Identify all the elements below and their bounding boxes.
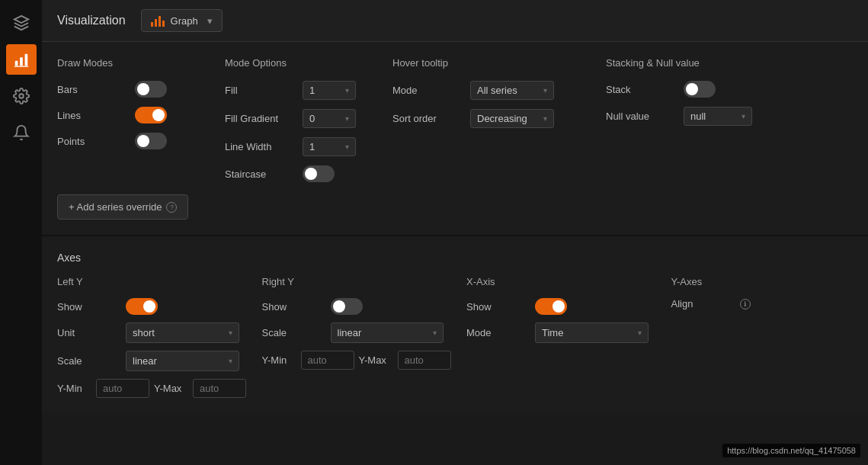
sort-order-value: Decreasing: [477, 113, 527, 124]
stack-toggle-track: [684, 81, 716, 98]
x-axis-mode-value: Time: [542, 327, 563, 338]
right-y-scale-arrow: ▾: [433, 329, 437, 337]
sidebar-icon-bell[interactable]: [6, 117, 37, 148]
left-y-scale-row: Scale linear ▾: [57, 351, 239, 371]
hover-tooltip-title: Hover tooltip: [392, 57, 575, 69]
bar-chart-icon: [151, 14, 165, 27]
left-y-show-toggle[interactable]: [126, 298, 158, 315]
lines-toggle[interactable]: [135, 107, 167, 123]
y-axes-align-label: Align: [671, 298, 732, 309]
fill-gradient-dropdown[interactable]: 0 ▾: [303, 109, 356, 128]
null-value: null: [690, 111, 706, 122]
x-axis-mode-label: Mode: [466, 327, 527, 338]
right-y-scale-row: Scale linear ▾: [262, 322, 444, 343]
y-axes-col: Y-Axes Align ℹ: [671, 276, 854, 398]
graph-type-button[interactable]: Graph ▾: [141, 9, 223, 32]
sort-order-label: Sort order: [392, 113, 461, 124]
visualization-section: Draw Modes Bars Lines: [42, 42, 868, 235]
right-y-show-toggle[interactable]: [331, 298, 363, 315]
stack-toggle[interactable]: [684, 81, 716, 98]
bars-row: Bars: [57, 81, 194, 98]
line-width-label: Line Width: [225, 141, 293, 152]
svg-rect-1: [14, 61, 18, 66]
points-row: Points: [57, 133, 194, 149]
bars-toggle[interactable]: [135, 81, 167, 98]
sidebar-icon-gear[interactable]: [6, 81, 37, 111]
right-y-show-label: Show: [262, 301, 323, 313]
staircase-toggle-track: [303, 165, 335, 182]
x-axis-show-toggle[interactable]: [535, 298, 567, 315]
mode-options-title: Mode Options: [225, 57, 362, 69]
content-area: Draw Modes Bars Lines: [42, 42, 868, 465]
lines-label: Lines: [57, 110, 126, 121]
left-y-minmax-row: Y-Min Y-Max: [57, 379, 239, 398]
svg-rect-2: [20, 57, 23, 66]
left-y-scale-value: linear: [133, 355, 157, 367]
add-series-override-button[interactable]: + Add series override ?: [57, 194, 188, 220]
left-y-unit-row: Unit short ▾: [57, 322, 239, 343]
points-label: Points: [57, 136, 126, 147]
left-y-scale-dropdown[interactable]: linear ▾: [126, 351, 239, 371]
fill-value: 1: [309, 85, 315, 96]
mode-value: All series: [477, 85, 517, 96]
staircase-label: Staircase: [225, 168, 293, 180]
left-y-unit-arrow: ▾: [229, 329, 232, 337]
draw-modes-col: Draw Modes Bars Lines: [57, 57, 194, 182]
x-axis-toggle-thumb: [553, 300, 565, 313]
main-panel: Visualization Graph ▾ Draw Modes Bars: [42, 0, 868, 465]
right-y-toggle-track: [331, 298, 363, 315]
line-width-dropdown[interactable]: 1 ▾: [303, 137, 356, 156]
staircase-toggle-thumb: [305, 168, 317, 180]
mode-options-col: Mode Options Fill 1 ▾ Fill Gradient 0 ▾: [225, 57, 362, 182]
stacking-null-title: Stacking & Null value: [606, 57, 789, 69]
left-y-show-label: Show: [57, 301, 118, 313]
sidebar-icon-chart[interactable]: [6, 44, 37, 75]
header: Visualization Graph ▾: [42, 0, 868, 42]
sort-order-dropdown[interactable]: Decreasing ▾: [470, 109, 554, 128]
left-y-ymin-input[interactable]: [96, 379, 149, 398]
x-axis-mode-dropdown[interactable]: Time ▾: [535, 322, 649, 343]
right-y-ymin-label: Y-Min: [262, 354, 296, 366]
align-info-icon[interactable]: ℹ: [740, 299, 751, 309]
add-override-label: + Add series override: [69, 201, 162, 213]
points-toggle[interactable]: [135, 133, 167, 149]
null-value-label: Null value: [606, 111, 674, 122]
null-value-dropdown[interactable]: null ▾: [684, 107, 752, 126]
null-value-arrow: ▾: [741, 112, 745, 120]
left-y-ymax-input[interactable]: [193, 379, 246, 398]
lines-toggle-track: [135, 107, 167, 123]
fill-gradient-row: Fill Gradient 0 ▾: [225, 109, 362, 128]
staircase-toggle[interactable]: [303, 165, 335, 182]
sidebar-icon-layers[interactable]: [6, 8, 37, 38]
x-axis-col: X-Axis Show Mode Time ▾: [466, 276, 649, 398]
sidebar: [0, 0, 42, 465]
x-axis-title: X-Axis: [466, 276, 649, 287]
x-axis-mode-row: Mode Time ▾: [466, 322, 649, 343]
fill-label: Fill: [225, 85, 293, 96]
stack-toggle-thumb: [686, 83, 698, 95]
fill-gradient-value: 0: [309, 113, 315, 124]
line-width-row: Line Width 1 ▾: [225, 137, 362, 156]
line-width-arrow: ▾: [345, 143, 349, 151]
x-axis-show-row: Show: [466, 298, 649, 315]
right-y-scale-dropdown[interactable]: linear ▾: [331, 322, 444, 343]
right-y-ymin-input[interactable]: [301, 351, 354, 370]
mode-arrow: ▾: [543, 86, 547, 95]
y-axes-title: Y-Axes: [671, 276, 854, 287]
left-y-unit-dropdown[interactable]: short ▾: [126, 322, 239, 343]
left-y-ymin-label: Y-Min: [57, 383, 91, 394]
left-y-title: Left Y: [57, 276, 239, 287]
svg-point-5: [19, 94, 24, 98]
right-y-scale-value: linear: [338, 327, 362, 338]
left-y-toggle-thumb: [143, 300, 155, 313]
right-y-minmax-row: Y-Min Y-Max: [262, 351, 444, 370]
left-y-col: Left Y Show Unit short ▾: [57, 276, 239, 398]
fill-dropdown[interactable]: 1 ▾: [303, 81, 356, 100]
axes-section: Axes Left Y Show Unit: [42, 235, 868, 413]
right-y-ymax-input[interactable]: [398, 351, 451, 370]
left-y-toggle-track: [126, 298, 158, 315]
axes-title: Axes: [57, 252, 853, 264]
right-y-scale-label: Scale: [262, 327, 323, 338]
mode-dropdown[interactable]: All series ▾: [470, 81, 554, 100]
mode-label: Mode: [392, 85, 461, 96]
